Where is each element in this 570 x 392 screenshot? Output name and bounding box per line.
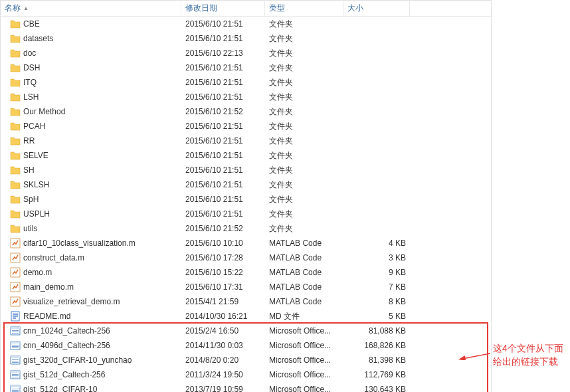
file-name-cell: visualize_retrieval_demo.m: [6, 295, 181, 308]
file-row[interactable]: README.md2014/10/30 16:21MD 文件5 KB: [1, 309, 491, 324]
file-name-cell: README.md: [6, 310, 181, 323]
file-type-cell: 文件夹: [265, 149, 343, 163]
folder-icon: [10, 223, 21, 234]
file-size-cell: 4 KB: [343, 237, 410, 249]
sort-indicator-icon: ▲: [23, 5, 29, 11]
column-header-size[interactable]: 大小: [343, 0, 410, 17]
file-date-cell: 2015/6/10 21:51: [181, 208, 265, 220]
file-row[interactable]: LSH2015/6/10 21:51文件夹: [1, 90, 491, 104]
file-row[interactable]: construct_data.m2015/6/10 17:28MATLAB Co…: [1, 250, 491, 265]
file-type-cell: 文件夹: [265, 193, 343, 207]
file-name-text: gist_512d_Caltech-256: [23, 370, 105, 379]
file-name-text: LSH: [23, 92, 39, 102]
file-date-cell: 2015/6/10 21:51: [181, 91, 265, 103]
file-name-text: utils: [23, 224, 37, 233]
file-date-cell: 2015/6/10 17:31: [181, 281, 265, 293]
file-date-cell: 2014/10/30 16:21: [181, 310, 265, 322]
file-row[interactable]: gist_512d_Caltech-2562011/3/24 19:50Micr…: [1, 367, 491, 382]
file-name-cell: SKLSH: [6, 178, 181, 191]
file-date-cell: 2013/7/19 10:59: [181, 383, 265, 392]
file-name-text: gist_512d_CIFAR-10: [23, 385, 97, 392]
file-name-cell: PCAH: [6, 120, 181, 133]
file-row[interactable]: ITQ2015/6/10 21:51文件夹: [1, 75, 491, 90]
file-date-cell: 2015/6/10 21:52: [181, 106, 265, 118]
file-row[interactable]: cnn_1024d_Caltech-2562015/2/4 16:50Micro…: [1, 324, 491, 338]
file-date-cell: 2014/8/20 0:20: [181, 354, 265, 366]
file-date-cell: 2015/6/10 21:51: [181, 18, 265, 30]
file-row[interactable]: USPLH2015/6/10 21:51文件夹: [1, 207, 491, 221]
svg-line-34: [462, 353, 490, 359]
annotation-line2: 给出的链接下载: [493, 355, 563, 369]
file-type-cell: 文件夹: [265, 120, 343, 134]
file-row[interactable]: DSH2015/6/10 21:51文件夹: [1, 60, 491, 75]
file-name-text: RR: [23, 136, 35, 146]
svg-rect-12: [12, 332, 19, 332]
file-name-cell: ITQ: [6, 76, 181, 89]
column-header-name[interactable]: 名称 ▲: [1, 0, 181, 17]
file-size-cell: [343, 81, 410, 84]
svg-rect-23: [12, 362, 19, 363]
file-row[interactable]: RR2015/6/10 21:51文件夹: [1, 134, 491, 148]
file-row[interactable]: main_demo.m2015/6/10 17:31MATLAB Code7 K…: [1, 280, 491, 294]
file-type-cell: MATLAB Code: [265, 237, 343, 249]
file-type-cell: 文件夹: [265, 32, 343, 46]
file-type-cell: 文件夹: [265, 17, 343, 31]
file-row[interactable]: PCAH2015/6/10 21:51文件夹: [1, 119, 491, 134]
file-row[interactable]: cifar10_10class_visualization.m2015/6/10…: [1, 236, 491, 250]
file-row[interactable]: CBE2015/6/10 21:51文件夹: [1, 17, 491, 31]
file-row[interactable]: SELVE2015/6/10 21:51文件夹: [1, 148, 491, 163]
folder-icon: [10, 62, 21, 73]
md-icon: [10, 311, 21, 322]
folder-icon: [10, 92, 21, 102]
file-row[interactable]: SH2015/6/10 21:51文件夹: [1, 163, 491, 177]
annotation-line1: 这4个文件从下面: [493, 342, 563, 355]
folder-icon: [10, 136, 21, 146]
file-name-cell: doc: [6, 47, 181, 60]
file-type-cell: Microsoft Office...: [265, 369, 343, 381]
file-date-cell: 2015/6/10 15:22: [181, 266, 265, 278]
file-date-cell: 2015/6/10 21:51: [181, 179, 265, 191]
file-row[interactable]: Our Method2015/6/10 21:52文件夹: [1, 104, 491, 119]
file-row[interactable]: datasets2015/6/10 21:51文件夹: [1, 31, 491, 46]
file-size-cell: [343, 213, 410, 215]
file-size-cell: [343, 110, 410, 113]
file-size-cell: [343, 125, 410, 128]
svg-rect-11: [12, 330, 19, 331]
file-name-cell: Our Method: [6, 105, 181, 118]
file-row[interactable]: utils2015/6/10 21:52文件夹: [1, 221, 491, 236]
svg-rect-18: [12, 347, 19, 348]
column-header-type[interactable]: 类型: [265, 0, 343, 17]
svg-rect-31: [12, 389, 19, 389]
file-name-text: cifar10_10class_visualization.m: [23, 239, 136, 248]
file-row[interactable]: cnn_4096d_Caltech-2562014/11/30 0:03Micr…: [1, 338, 491, 353]
file-type-cell: 文件夹: [265, 207, 343, 221]
file-row[interactable]: gist_512d_CIFAR-102013/7/19 10:59Microso…: [1, 382, 491, 392]
file-row[interactable]: doc2015/6/10 22:13文件夹: [1, 46, 491, 60]
file-row[interactable]: demo.m2015/6/10 15:22MATLAB Code9 KB: [1, 265, 491, 280]
matlab-icon: [10, 267, 21, 278]
file-name-cell: utils: [6, 222, 181, 235]
file-size-cell: 81,398 KB: [343, 354, 410, 366]
file-row[interactable]: SpH2015/6/10 21:51文件夹: [1, 192, 491, 207]
column-header-modified[interactable]: 修改日期: [181, 0, 265, 17]
file-name-cell: SH: [6, 163, 181, 177]
file-name-cell: main_demo.m: [6, 280, 181, 294]
svg-rect-8: [13, 318, 16, 319]
svg-rect-21: [12, 359, 19, 360]
svg-rect-7: [13, 316, 18, 317]
file-date-cell: 2011/3/24 19:50: [181, 369, 265, 381]
file-date-cell: 2015/6/10 21:51: [181, 193, 265, 205]
file-name-cell: construct_data.m: [6, 251, 181, 264]
file-name-cell: gist_320d_CIFAR-10_yunchao: [6, 353, 181, 367]
file-rows-container: CBE2015/6/10 21:51文件夹datasets2015/6/10 2…: [1, 17, 491, 392]
file-size-cell: 3 KB: [343, 252, 410, 264]
file-date-cell: 2015/6/10 21:51: [181, 164, 265, 176]
file-name-text: cnn_4096d_Caltech-256: [23, 341, 110, 350]
file-type-cell: 文件夹: [265, 163, 343, 177]
file-row[interactable]: gist_320d_CIFAR-10_yunchao2014/8/20 0:20…: [1, 353, 491, 367]
file-row[interactable]: SKLSH2015/6/10 21:51文件夹: [1, 177, 491, 192]
file-row[interactable]: visualize_retrieval_demo.m2015/4/1 21:59…: [1, 294, 491, 309]
folder-icon: [10, 121, 21, 132]
svg-rect-25: [11, 371, 20, 373]
file-name-cell: LSH: [6, 90, 181, 104]
